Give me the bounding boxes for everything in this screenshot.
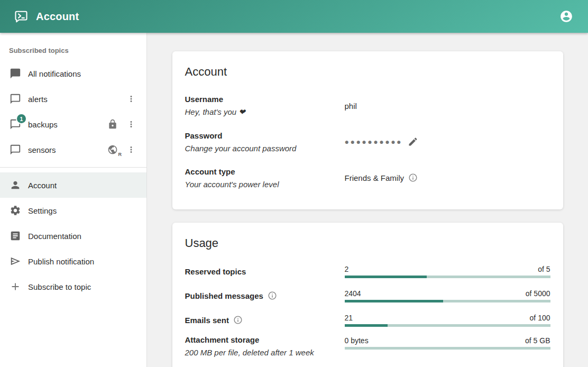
sidebar-item-account[interactable]: Account <box>0 172 146 198</box>
progress-fill <box>345 276 427 278</box>
username-row: Username Hey, that's you ❤ phil <box>185 88 550 124</box>
sidebar-item-backups[interactable]: 1 backups <box>0 112 146 137</box>
sidebar-item-publish-notification[interactable]: Publish notification <box>0 249 146 274</box>
reservation-r-label: R <box>118 152 122 157</box>
usage-limit: of 5 <box>538 265 550 274</box>
topic-menu-button[interactable] <box>123 91 139 107</box>
progress-fill <box>345 324 388 327</box>
attachment-storage-subtitle: 200 MB per file, deleted after 1 week <box>185 348 345 357</box>
attachment-storage-row: Attachment storage 200 MB per file, dele… <box>185 332 550 366</box>
username-subtitle: Hey, that's you ❤ <box>185 107 345 117</box>
usage-card-title: Usage <box>185 236 550 250</box>
emails-sent-progress: 21 of 100 <box>345 314 550 327</box>
topic-label: alerts <box>28 95 118 104</box>
sidebar-item-alerts[interactable]: alerts <box>0 86 146 112</box>
gear-icon <box>10 205 21 216</box>
usage-current: 21 <box>345 314 353 323</box>
published-messages-progress: 2404 of 5000 <box>345 289 550 302</box>
plus-icon <box>10 281 21 292</box>
info-icon[interactable] <box>408 173 418 182</box>
usage-current: 2 <box>345 265 349 274</box>
pencil-icon <box>408 136 418 147</box>
nav-label: Publish notification <box>28 257 139 266</box>
account-circle-icon <box>559 10 573 23</box>
sidebar-item-all-notifications[interactable]: All notifications <box>0 61 146 86</box>
sidebar-divider <box>0 167 146 168</box>
username-label: Username <box>185 95 345 104</box>
attachment-storage-progress: 0 bytes of 5 GB <box>345 336 550 350</box>
person-icon <box>10 179 21 191</box>
nav-label: Settings <box>28 206 139 215</box>
topic-label: All notifications <box>28 69 139 78</box>
chat-bubble-outline-icon: 1 <box>10 118 21 130</box>
page-title: Account <box>36 11 79 23</box>
nav-label: Account <box>28 181 139 190</box>
username-value: phil <box>345 102 357 111</box>
progress-bar <box>345 300 550 302</box>
notification-count-badge: 1 <box>17 114 26 123</box>
chat-bubble-icon <box>10 68 21 79</box>
sidebar-item-settings[interactable]: Settings <box>0 198 146 223</box>
topic-menu-button[interactable] <box>123 142 139 158</box>
reserved-topics-label: Reserved topics <box>185 267 246 276</box>
sidebar-item-subscribe-to-topic[interactable]: Subscribe to topic <box>0 274 146 299</box>
published-messages-row: Published messages 2404 of 5000 <box>185 283 550 308</box>
topic-label: sensors <box>28 145 102 154</box>
reserved-topics-progress: 2 of 5 <box>345 265 550 278</box>
sidebar-item-sensors[interactable]: sensors R <box>0 137 146 162</box>
progress-bar <box>345 276 550 278</box>
more-vert-icon <box>126 120 136 129</box>
document-icon <box>10 230 21 242</box>
section-label-subscribed-topics: Subscribed topics <box>0 33 146 61</box>
info-icon[interactable] <box>233 315 243 325</box>
lock-icon <box>107 119 118 130</box>
usage-limit: of 100 <box>530 314 550 323</box>
usage-limit: of 5000 <box>526 289 550 298</box>
more-vert-icon <box>126 94 136 104</box>
emails-sent-label: Emails sent <box>185 316 229 325</box>
account-card-title: Account <box>185 65 550 79</box>
published-messages-label: Published messages <box>185 291 263 300</box>
nav-label: Documentation <box>28 232 139 241</box>
account-type-value: Friends & Family <box>345 173 405 182</box>
password-dots: ●●●●●●●●●● <box>345 138 403 145</box>
usage-current: 0 bytes <box>345 336 369 345</box>
info-icon[interactable] <box>268 291 277 300</box>
progress-fill <box>345 300 444 302</box>
usage-card: Usage Reserved topics 2 of 5 Pu <box>172 223 563 367</box>
usage-current: 2404 <box>345 289 361 298</box>
edit-password-button[interactable] <box>406 134 420 149</box>
account-type-subtitle: Your account's power level <box>185 180 345 189</box>
reserved-topics-row: Reserved topics 2 of 5 <box>185 259 550 283</box>
attachment-storage-label: Attachment storage <box>185 335 345 344</box>
main-content: Account Username Hey, that's you ❤ phil … <box>147 33 588 367</box>
sidebar-item-documentation[interactable]: Documentation <box>0 223 146 249</box>
account-type-row: Account type Your account's power level … <box>185 160 550 196</box>
more-vert-icon <box>126 145 136 154</box>
emails-sent-row: Emails sent 21 of 100 <box>185 308 550 332</box>
globe-reserved-icon: R <box>107 144 118 155</box>
password-row: Password Change your account password ●●… <box>185 124 550 160</box>
nav-label: Subscribe to topic <box>28 282 139 291</box>
progress-bar <box>345 324 550 327</box>
app-bar: Account <box>0 0 588 33</box>
topic-label: backups <box>28 120 102 129</box>
send-icon <box>10 255 21 267</box>
ntfy-logo-icon <box>13 8 29 24</box>
account-menu-button[interactable] <box>556 6 576 26</box>
account-type-label: Account type <box>185 167 345 176</box>
chat-bubble-outline-icon <box>10 93 21 105</box>
sidebar: Subscribed topics All notifications aler… <box>0 33 147 367</box>
progress-bar <box>345 347 550 350</box>
usage-limit: of 5 GB <box>525 336 550 345</box>
password-label: Password <box>185 131 345 140</box>
password-subtitle: Change your account password <box>185 144 345 153</box>
topic-menu-button[interactable] <box>123 116 139 132</box>
chat-bubble-outline-icon <box>10 144 21 155</box>
account-card: Account Username Hey, that's you ❤ phil … <box>172 51 563 209</box>
